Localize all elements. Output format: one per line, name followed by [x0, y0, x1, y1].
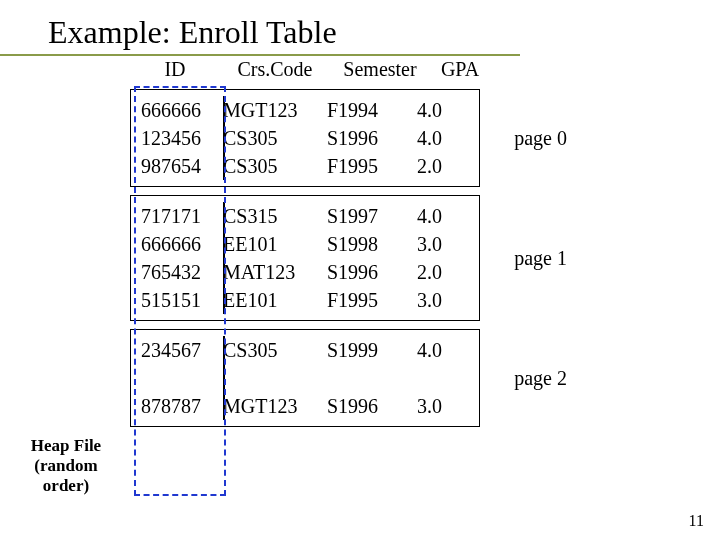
cell-crs: CS305 — [219, 124, 327, 152]
page-0-label: page 0 — [514, 127, 567, 150]
cell-gpa: 2.0 — [417, 152, 467, 180]
table-row: 123456 CS305 S1996 4.0 — [133, 124, 477, 152]
cell-crs: EE101 — [219, 286, 327, 314]
cell-crs: MGT123 — [219, 392, 327, 420]
cell-sem: F1994 — [327, 96, 417, 124]
cell-id: 987654 — [133, 152, 219, 180]
header-semester: Semester — [330, 58, 430, 81]
cell-crs: CS315 — [219, 202, 327, 230]
cell-gpa: 4.0 — [417, 202, 467, 230]
cell-id — [133, 364, 219, 392]
cell-sem: S1998 — [327, 230, 417, 258]
cell-sem: S1996 — [327, 392, 417, 420]
table-row: 234567 CS305 S1999 4.0 — [133, 336, 477, 364]
cell-gpa: 4.0 — [417, 124, 467, 152]
cell-crs: CS305 — [219, 152, 327, 180]
id-column-divider — [223, 336, 225, 420]
page-2-box: 234567 CS305 S1999 4.0 878787 MGT123 S19… — [130, 329, 480, 427]
cell-id: 666666 — [133, 96, 219, 124]
heap-file-line1: Heap File — [10, 436, 122, 456]
table-row: 717171 CS315 S1997 4.0 — [133, 202, 477, 230]
cell-id: 123456 — [133, 124, 219, 152]
cell-gpa — [417, 364, 467, 392]
cell-gpa: 2.0 — [417, 258, 467, 286]
title-underline — [0, 54, 520, 56]
cell-id: 717171 — [133, 202, 219, 230]
table-row — [133, 364, 477, 392]
page-2-label: page 2 — [514, 367, 567, 390]
cell-sem: S1997 — [327, 202, 417, 230]
cell-gpa: 3.0 — [417, 392, 467, 420]
cell-id: 765432 — [133, 258, 219, 286]
cell-crs — [219, 364, 327, 392]
enroll-table: ID Crs.Code Semester GPA 666666 MGT123 F… — [130, 58, 490, 427]
cell-sem: S1996 — [327, 258, 417, 286]
table-row: 666666 MGT123 F1994 4.0 — [133, 96, 477, 124]
table-row: 878787 MGT123 S1996 3.0 — [133, 392, 477, 420]
cell-gpa: 4.0 — [417, 96, 467, 124]
cell-id: 234567 — [133, 336, 219, 364]
cell-id: 515151 — [133, 286, 219, 314]
heap-file-line2: (random order) — [10, 456, 122, 496]
cell-crs: EE101 — [219, 230, 327, 258]
cell-sem: F1995 — [327, 286, 417, 314]
slide-number: 11 — [689, 512, 704, 530]
cell-sem: F1995 — [327, 152, 417, 180]
header-crscode: Crs.Code — [220, 58, 330, 81]
id-column-divider — [223, 202, 225, 314]
cell-gpa: 3.0 — [417, 230, 467, 258]
cell-sem: S1996 — [327, 124, 417, 152]
heap-file-label: Heap File (random order) — [10, 436, 122, 496]
cell-sem — [327, 364, 417, 392]
header-gpa: GPA — [430, 58, 490, 81]
id-column-divider — [223, 96, 225, 180]
table-row: 765432 MAT123 S1996 2.0 — [133, 258, 477, 286]
page-1-box: 717171 CS315 S1997 4.0 666666 EE101 S199… — [130, 195, 480, 321]
table-row: 987654 CS305 F1995 2.0 — [133, 152, 477, 180]
table-row: 515151 EE101 F1995 3.0 — [133, 286, 477, 314]
cell-crs: CS305 — [219, 336, 327, 364]
cell-id: 666666 — [133, 230, 219, 258]
header-id: ID — [130, 58, 220, 81]
cell-crs: MAT123 — [219, 258, 327, 286]
cell-gpa: 3.0 — [417, 286, 467, 314]
cell-crs: MGT123 — [219, 96, 327, 124]
column-headers: ID Crs.Code Semester GPA — [130, 58, 490, 81]
page-1-label: page 1 — [514, 247, 567, 270]
slide-title: Example: Enroll Table — [48, 14, 337, 51]
cell-gpa: 4.0 — [417, 336, 467, 364]
table-row: 666666 EE101 S1998 3.0 — [133, 230, 477, 258]
cell-sem: S1999 — [327, 336, 417, 364]
cell-id: 878787 — [133, 392, 219, 420]
page-0-box: 666666 MGT123 F1994 4.0 123456 CS305 S19… — [130, 89, 480, 187]
